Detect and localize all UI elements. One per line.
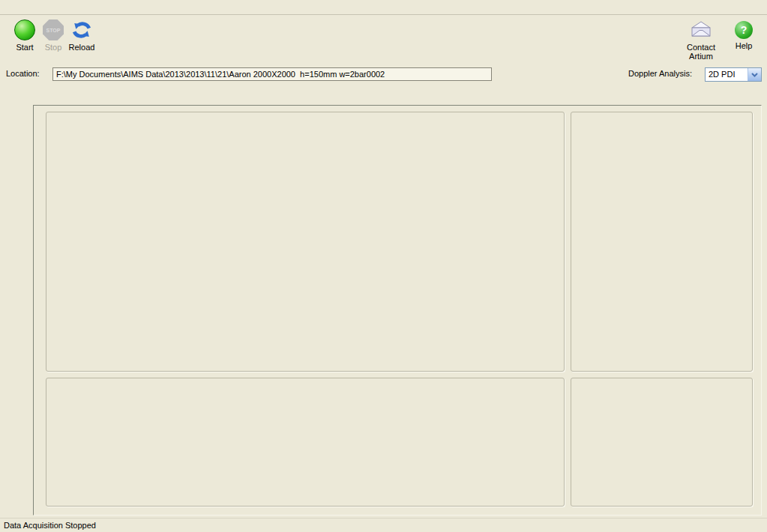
location-label: Location: <box>6 69 40 78</box>
pvc-diameter-histogram <box>46 112 565 372</box>
reload-icon <box>71 19 92 40</box>
help-icon: ? <box>735 21 753 39</box>
velocity-histogram <box>46 378 565 507</box>
reload-button[interactable]: Reload <box>61 18 102 52</box>
stop-icon: STOP <box>43 19 64 40</box>
start-icon <box>14 19 35 40</box>
doppler-analysis-select[interactable]: 2D PDI <box>705 67 762 82</box>
velocity-histogram-panel <box>46 378 565 507</box>
tab-content <box>33 105 762 516</box>
doppler-analysis-value: 2D PDI <box>709 70 735 79</box>
toolbar: Start STOP Stop Reload <box>0 15 767 63</box>
contact-artium-button[interactable]: Contact Artium <box>675 18 727 61</box>
main-panel <box>33 88 762 516</box>
velocity-stats-panel <box>571 378 753 507</box>
envelope-icon <box>690 19 712 40</box>
diameter-stats-panel <box>571 112 753 372</box>
contact-artium-label: Contact Artium <box>675 43 727 61</box>
location-row: Location: Doppler Analysis: 2D PDI <box>0 66 767 82</box>
help-button[interactable]: ? Help <box>726 18 762 50</box>
status-bar: Data Acquisition Stopped <box>0 518 767 532</box>
status-text: Data Acquisition Stopped <box>4 521 96 530</box>
help-label: Help <box>726 41 762 50</box>
location-input[interactable] <box>52 67 492 81</box>
chevron-down-icon[interactable] <box>748 68 761 81</box>
menu-bar <box>0 0 767 15</box>
doppler-analysis-label: Doppler Analysis: <box>628 69 692 78</box>
pvc-diameter-histogram-panel <box>46 112 565 372</box>
tab-bar <box>33 88 762 105</box>
app-window: Start STOP Stop Reload <box>0 0 767 532</box>
sidebar <box>0 87 33 516</box>
reload-label: Reload <box>61 43 102 52</box>
